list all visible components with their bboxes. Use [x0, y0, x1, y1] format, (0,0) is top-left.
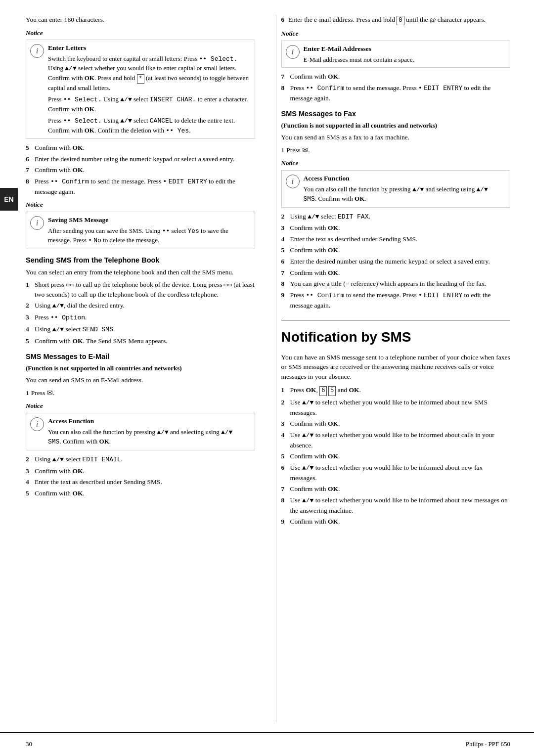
step-f2: 2 Using ▲/▼ select EDIT FAX. — [281, 212, 511, 222]
steps-5-8: 5 Confirm with OK. 6 Enter the desired n… — [26, 143, 255, 196]
notice-enter-letters: Notice i Enter Letters Switch the keyboa… — [26, 29, 255, 139]
notice-box-access-email: i Access Function You can also call the … — [26, 413, 255, 450]
notice-text-saving: After sending you can save the SMS. Usin… — [48, 226, 250, 246]
step-n6: 6 Use ▲/▼ to select whether you would li… — [281, 463, 511, 483]
step-n8: 8 Use ▲/▼ to select whether you would li… — [281, 495, 511, 515]
left-column: You can enter 160 characters. Notice i E… — [26, 15, 260, 722]
heading-sms-email: SMS Messages to E-Mail — [26, 352, 255, 362]
notice-label-5: Notice — [281, 159, 511, 168]
steps-7-8-right: 7 Confirm with OK. 8 Press •• Confirm to… — [281, 72, 511, 103]
notice-title-access-email: Access Function — [48, 416, 250, 426]
step-n3: 3 Confirm with OK. — [281, 419, 511, 429]
notice-content-access-fax: Access Function You can also call the fu… — [304, 174, 505, 204]
step-f8: 8 You can give a title (= reference) whi… — [281, 279, 511, 289]
step-n1: 1 Press OK, 6 5 and OK. — [281, 385, 511, 396]
notice-content-1: Enter Letters Switch the keyboard to ent… — [48, 43, 250, 135]
en-language-tab: EN — [0, 188, 18, 211]
notice-email-addresses: Notice i Enter E-Mail Addresses E-Mail a… — [281, 29, 511, 68]
heading-sms-fax: SMS Messages to Fax — [281, 109, 511, 119]
info-icon-3: i — [30, 417, 44, 431]
right-column: 6 Enter the e-mail address. Press and ho… — [276, 15, 511, 722]
notice-label-2: Notice — [26, 200, 255, 210]
steps-notification: 1 Press OK, 6 5 and OK. 2 Use ▲/▼ to sel… — [281, 385, 511, 526]
step-f4: 4 Enter the text as described under Send… — [281, 234, 511, 244]
notice-content-email-addr: Enter E-Mail Addresses E-Mail addresses … — [304, 44, 505, 64]
step-e2: 2 Using ▲/▼ select EDIT EMAIL. — [26, 454, 255, 465]
notice-title-enter-letters: Enter Letters — [48, 43, 250, 53]
steps-sending: 1 Short press ▭▭ to call up the telephon… — [26, 280, 255, 346]
info-icon-4: i — [286, 45, 300, 59]
notice-access-fax: Notice i Access Function You can also ca… — [281, 159, 511, 207]
info-icon-1: i — [30, 44, 44, 58]
notice-label-1: Notice — [26, 29, 255, 38]
step-5: 5 Confirm with OK. — [26, 143, 255, 153]
notice-content-access-email: Access Function You can also call the fu… — [48, 416, 250, 446]
notice-text-access-email: You can also call the function by pressi… — [48, 428, 250, 447]
step-s4: 4 Using ▲/▼ select SEND SMS. — [26, 324, 255, 335]
step-n2: 2 Use ▲/▼ to select whether you would li… — [281, 398, 511, 417]
step-s2: 2 Using ▲/▼, dial the desired entry. — [26, 301, 255, 311]
intro-notification: You can have an SMS message sent to a te… — [281, 353, 511, 382]
notice-box-enter-letters: i Enter Letters Switch the keyboard to e… — [26, 40, 255, 139]
step-s3: 3 Press •• Option. — [26, 312, 255, 323]
notice-saving-sms: Notice i Saving SMS Message After sendin… — [26, 200, 255, 249]
step-s5: 5 Confirm with OK. The Send SMS Menu app… — [26, 336, 255, 346]
step-n7: 7 Confirm with OK. — [281, 484, 511, 494]
notice-box-access-fax: i Access Function You can also call the … — [281, 170, 511, 207]
steps-fax-2-9: 2 Using ▲/▼ select EDIT FAX. 3 Confirm w… — [281, 212, 511, 311]
step-r7: 7 Confirm with OK. — [281, 72, 511, 82]
page: EN You can enter 160 characters. Notice … — [0, 0, 534, 756]
notice-label-3: Notice — [26, 401, 255, 411]
notice-text-enter-letters-2: Press •• Select. Using ▲/▼ select INSERT… — [48, 95, 250, 114]
notice-access-email: Notice i Access Function You can also ca… — [26, 401, 255, 450]
info-icon-2: i — [30, 216, 44, 230]
intro-sms-fax: You can send an SMS as a fax to a fax ma… — [281, 133, 511, 142]
step-f6: 6 Enter the desired number using the num… — [281, 257, 511, 267]
notice-text-enter-letters-1: Switch the keyboard to enter capital or … — [48, 54, 250, 92]
intro-sms-email: You can send an SMS to an E-Mail address… — [26, 375, 255, 385]
step-s1: 1 Short press ▭▭ to call up the telephon… — [26, 280, 255, 299]
notice-text-email-addr: E-Mail addresses must not contain a spac… — [304, 55, 505, 64]
step-n4: 4 Use ▲/▼ to select whether you would li… — [281, 430, 511, 450]
notice-box-saving: i Saving SMS Message After sending you c… — [26, 212, 255, 249]
step-fax-1: 1 Press ✉. — [281, 145, 511, 155]
info-icon-5: i — [286, 175, 300, 188]
footer: 30 Philips · PPF 650 — [0, 732, 534, 756]
step-f9: 9 Press •• Confirm to send the message. … — [281, 290, 511, 310]
step-n5: 5 Confirm with OK. — [281, 451, 511, 461]
step-6: 6 Enter the desired number using the num… — [26, 154, 255, 164]
intro-sending-sms: You can select an entry from the telepho… — [26, 267, 255, 277]
step-e3: 3 Confirm with OK. — [26, 466, 255, 476]
step-r8: 8 Press •• Confirm to send the message. … — [281, 83, 511, 103]
notice-text-access-fax: You can also call the function by pressi… — [304, 185, 505, 204]
product-name: Philips · PPF 650 — [466, 740, 510, 749]
step-f3: 3 Confirm with OK. — [281, 223, 511, 233]
notice-label-4: Notice — [281, 29, 511, 39]
steps-email-2-5: 2 Using ▲/▼ select EDIT EMAIL. 3 Confirm… — [26, 454, 255, 498]
heading-notification-sms: Notification by SMS — [281, 320, 511, 348]
notice-title-access-fax: Access Function — [304, 174, 505, 183]
notice-title-email-addr: Enter E-Mail Addresses — [304, 44, 505, 54]
main-content: You can enter 160 characters. Notice i E… — [0, 0, 534, 722]
heading-sending-sms: Sending SMS from the Telephone Book — [26, 255, 255, 266]
notice-box-email-addr: i Enter E-Mail Addresses E-Mail addresse… — [281, 41, 511, 68]
step-8: 8 Press •• Confirm to send the message. … — [26, 177, 255, 196]
notice-text-enter-letters-3: Press •• Select. Using ▲/▼ select CAN­CE… — [48, 116, 250, 135]
page-number: 30 — [26, 740, 32, 749]
notice-title-saving: Saving SMS Message — [48, 215, 250, 225]
step-f5: 5 Confirm with OK. — [281, 245, 511, 255]
top-note: You can enter 160 characters. — [26, 15, 255, 25]
step-n9: 9 Confirm with OK. — [281, 517, 511, 527]
step-6-email-addr: 6 Enter the e-mail address. Press and ho… — [281, 15, 511, 25]
step-email-1: 1 Press ✉. — [26, 388, 255, 398]
step-7: 7 Confirm with OK. — [26, 165, 255, 175]
step-e5: 5 Confirm with OK. — [26, 489, 255, 498]
notice-content-saving: Saving SMS Message After sending you can… — [48, 215, 250, 245]
step-f7: 7 Confirm with OK. — [281, 268, 511, 278]
subtitle-sms-email: (Function is not supported in all countr… — [26, 364, 255, 373]
step-e4: 4 Enter the text as described under Send… — [26, 477, 255, 487]
subtitle-sms-fax: (Function is not supported in all countr… — [281, 121, 511, 131]
content-wrapper: EN You can enter 160 characters. Notice … — [0, 0, 534, 722]
